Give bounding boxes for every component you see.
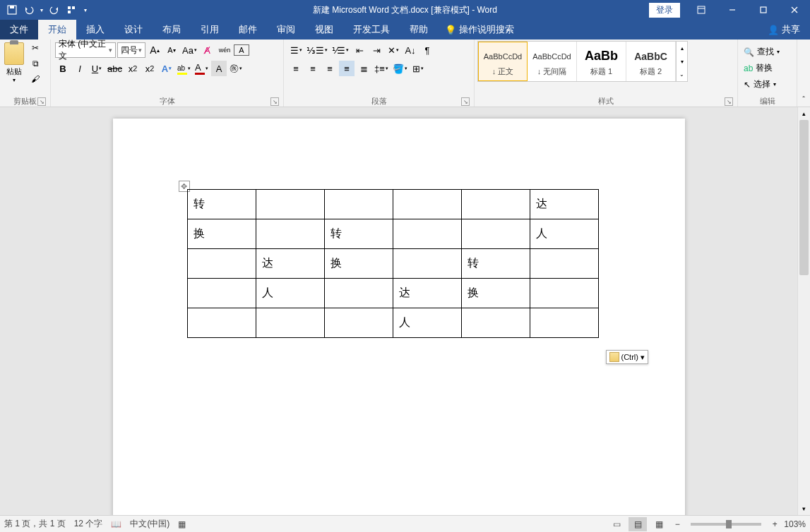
decrease-indent-button[interactable]: ⇤ — [352, 42, 367, 58]
clipboard-dialog-launcher[interactable]: ↘ — [37, 97, 46, 106]
read-mode-button[interactable]: ▭ — [607, 517, 626, 531]
tab-review[interactable]: 审阅 — [267, 20, 305, 40]
clear-formatting-button[interactable]: A̸ — [200, 42, 215, 58]
underline-button[interactable]: U▾ — [89, 61, 105, 76]
table-cell[interactable] — [461, 219, 530, 249]
find-button[interactable]: 🔍查找▾ — [741, 44, 782, 60]
line-spacing-button[interactable]: ‡≡▾ — [373, 61, 390, 76]
font-name-combo[interactable]: 宋体 (中文正文▾ — [55, 42, 116, 58]
table-cell[interactable] — [256, 308, 324, 338]
table-cell[interactable] — [324, 190, 393, 219]
align-right-button[interactable]: ≡ — [322, 61, 338, 76]
document-scroll[interactable]: ✥ 转达 换转人 达换转 人达换 人 (Ct — [0, 107, 797, 515]
table-cell[interactable] — [187, 279, 256, 308]
table-cell[interactable] — [187, 308, 256, 338]
borders-button[interactable]: ⊞▾ — [410, 61, 426, 76]
table-cell[interactable] — [393, 219, 461, 249]
zoom-slider-thumb[interactable] — [726, 520, 732, 528]
table-cell[interactable] — [461, 190, 530, 219]
close-button[interactable] — [779, 0, 810, 20]
change-case-button[interactable]: Aa▾ — [181, 42, 198, 58]
table-cell[interactable] — [530, 279, 598, 308]
table-cell[interactable]: 换 — [324, 249, 393, 279]
style-no-spacing[interactable]: AaBbCcDd↓ 无间隔 — [528, 42, 577, 81]
style-gallery-more[interactable]: ▴▾⌄ — [676, 42, 687, 81]
zoom-in-button[interactable]: + — [768, 519, 781, 529]
table-cell[interactable]: 转 — [187, 190, 256, 219]
table-cell[interactable] — [393, 249, 461, 279]
select-button[interactable]: ↖选择▾ — [741, 76, 779, 92]
tab-help[interactable]: 帮助 — [400, 20, 438, 40]
grow-font-button[interactable]: A▴ — [147, 42, 162, 58]
enclose-characters-button[interactable]: ㊩▾ — [228, 61, 244, 76]
language-status[interactable]: 中文(中国) — [130, 518, 169, 530]
styles-dialog-launcher[interactable]: ↘ — [725, 97, 733, 106]
subscript-button[interactable]: x2 — [125, 61, 141, 76]
word-count-status[interactable]: 12 个字 — [74, 518, 103, 530]
font-dialog-launcher[interactable]: ↘ — [270, 97, 279, 106]
strikethrough-button[interactable]: abc — [106, 61, 124, 76]
vertical-scrollbar[interactable]: ▴ ▾ — [797, 107, 810, 515]
scroll-track[interactable] — [798, 120, 810, 502]
table-cell[interactable] — [256, 190, 324, 219]
table-cell[interactable] — [393, 190, 461, 219]
show-marks-button[interactable]: ¶ — [419, 42, 435, 58]
style-heading2[interactable]: AaBbC标题 2 — [626, 42, 676, 81]
table-cell[interactable]: 换 — [461, 279, 530, 308]
tab-design[interactable]: 设计 — [114, 20, 153, 40]
table-cell[interactable]: 人 — [530, 219, 598, 249]
table-cell[interactable]: 达 — [256, 249, 324, 279]
redo-button[interactable] — [47, 2, 62, 18]
scroll-up-button[interactable]: ▴ — [798, 107, 810, 120]
tab-home[interactable]: 开始 — [38, 20, 76, 40]
copy-button[interactable]: ⧉ — [28, 56, 42, 71]
multilevel-list-button[interactable]: ⅟☰▾ — [330, 42, 350, 58]
character-border-button[interactable]: A — [234, 44, 249, 56]
tab-layout[interactable]: 布局 — [153, 20, 191, 40]
web-layout-button[interactable]: ▦ — [650, 517, 668, 531]
zoom-level[interactable]: 103% — [784, 519, 806, 529]
format-painter-button[interactable]: 🖌 — [28, 72, 42, 86]
ribbon-display-options[interactable] — [686, 0, 717, 20]
tab-mailings[interactable]: 邮件 — [229, 20, 267, 40]
undo-button[interactable] — [21, 2, 37, 18]
highlight-button[interactable]: ab▾ — [176, 61, 192, 76]
print-layout-button[interactable]: ▤ — [629, 517, 647, 531]
scroll-down-button[interactable]: ▾ — [798, 502, 810, 515]
scroll-thumb[interactable] — [799, 120, 809, 275]
table-cell[interactable]: 达 — [530, 190, 598, 219]
macro-status[interactable]: ▦ — [178, 519, 186, 529]
table-cell[interactable] — [530, 308, 598, 338]
document-table[interactable]: 转达 换转人 达换转 人达换 人 — [187, 189, 599, 338]
table-cell[interactable] — [187, 249, 256, 279]
tab-file[interactable]: 文件 — [0, 20, 38, 40]
bold-button[interactable]: B — [55, 61, 71, 76]
minimize-button[interactable] — [717, 0, 748, 20]
table-cell[interactable] — [324, 308, 393, 338]
table-cell[interactable]: 人 — [393, 308, 461, 338]
text-effects-button[interactable]: A▾ — [159, 61, 174, 76]
cut-button[interactable]: ✂ — [28, 41, 42, 55]
collapse-ribbon-button[interactable]: ˆ — [802, 95, 805, 104]
tab-developer[interactable]: 开发工具 — [343, 20, 400, 40]
asian-layout-button[interactable]: ✕▾ — [386, 42, 401, 58]
italic-button[interactable]: I — [72, 61, 88, 76]
align-center-button[interactable]: ≡ — [305, 61, 321, 76]
bullets-button[interactable]: ☰▾ — [288, 42, 304, 58]
tab-view[interactable]: 视图 — [305, 20, 343, 40]
qat-customize-dropdown[interactable]: ▾ — [81, 2, 90, 18]
paragraph-dialog-launcher[interactable]: ↘ — [461, 97, 470, 106]
table-cell[interactable]: 人 — [256, 279, 324, 308]
font-size-combo[interactable]: 四号▾ — [117, 42, 145, 58]
table-cell[interactable]: 转 — [324, 219, 393, 249]
table-cell[interactable] — [256, 219, 324, 249]
phonetic-guide-button[interactable]: wén — [217, 42, 232, 58]
tab-insert[interactable]: 插入 — [76, 20, 114, 40]
sort-button[interactable]: A↓ — [403, 42, 418, 58]
table-cell[interactable] — [530, 249, 598, 279]
superscript-button[interactable]: x2 — [142, 61, 157, 76]
tab-references[interactable]: 引用 — [191, 20, 229, 40]
increase-indent-button[interactable]: ⇥ — [369, 42, 384, 58]
replace-button[interactable]: ab替换 — [741, 60, 775, 76]
paste-options-popup[interactable]: (Ctrl) ▾ — [606, 350, 649, 364]
